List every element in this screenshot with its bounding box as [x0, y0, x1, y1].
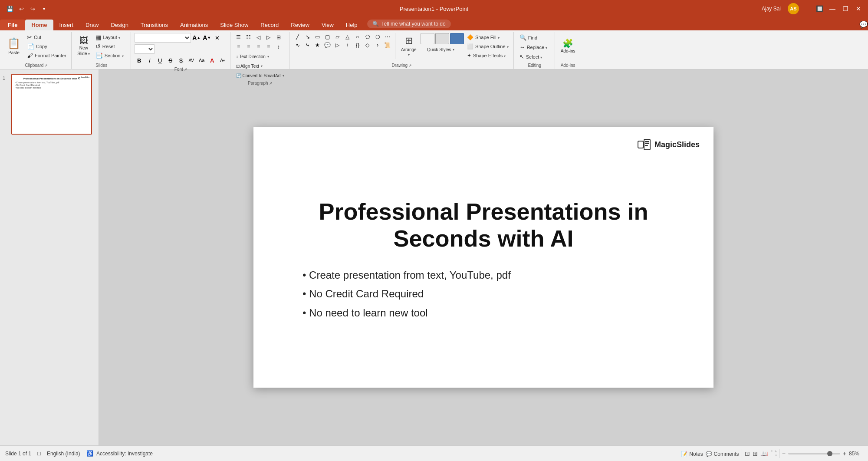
align-text-button[interactable]: ⊡ Align Text ▾	[234, 62, 269, 70]
drawing-expand[interactable]: ↗	[408, 63, 412, 68]
paragraph-expand[interactable]: ↗	[269, 81, 273, 86]
format-painter-button[interactable]: 🖌 Format Painter	[25, 51, 69, 60]
increase-font-button[interactable]: A▲	[192, 33, 201, 43]
undo-button[interactable]: ↩	[16, 4, 26, 13]
reset-button[interactable]: ↺ Reset	[93, 42, 128, 51]
user-avatar[interactable]: AS	[788, 3, 799, 14]
justify-button[interactable]: ≡	[264, 43, 273, 51]
slide-canvas[interactable]: MagicSlides Professional Presentations i…	[253, 127, 713, 388]
shape-chevron[interactable]: ›	[373, 41, 382, 49]
zoom-in-button[interactable]: +	[843, 450, 846, 457]
shape-arrow[interactable]: ↘	[303, 33, 312, 41]
shape-action[interactable]: ▷	[333, 41, 342, 49]
select-button[interactable]: ↖ Select ▾	[517, 52, 552, 61]
shape-effects-button[interactable]: ✦ Shape Effects ▾	[465, 51, 511, 60]
columns-button[interactable]: ⊟	[274, 33, 283, 42]
shape-brace[interactable]: {}	[353, 41, 362, 49]
shape-curve[interactable]: ∿	[293, 41, 302, 49]
tab-file[interactable]: File	[0, 20, 25, 30]
minimize-button[interactable]: —	[828, 4, 837, 13]
case-button[interactable]: Aa	[197, 56, 207, 65]
shape-line[interactable]: ╱	[293, 33, 302, 41]
italic-button[interactable]: I	[145, 56, 155, 65]
shape-diamond[interactable]: ◇	[363, 41, 372, 49]
bold-button[interactable]: B	[135, 56, 144, 65]
shape-style-2[interactable]	[435, 33, 449, 44]
align-left-button[interactable]: ≡	[234, 43, 243, 51]
shape-parallelogram[interactable]: ▱	[333, 33, 342, 41]
tab-record[interactable]: Record	[254, 20, 285, 30]
tab-draw[interactable]: Draw	[79, 20, 105, 30]
slide-thumbnail[interactable]: ■■ MagicSlides Professional Presentation…	[11, 74, 92, 135]
paste-button[interactable]: 📋 Paste	[4, 33, 23, 59]
replace-button[interactable]: ↔ Replace ▾	[517, 43, 552, 52]
shape-oval[interactable]: ○	[353, 33, 362, 41]
add-ins-button[interactable]: 🧩 Add-ins	[559, 33, 578, 59]
slide-sorter-button[interactable]: ⊞	[753, 450, 758, 457]
tab-help[interactable]: Help	[340, 20, 364, 30]
shape-connector[interactable]: ⤷	[303, 41, 312, 49]
shape-more[interactable]: ⋯	[383, 33, 392, 41]
text-direction-button[interactable]: ↕ Text Direction ▾	[234, 52, 271, 61]
align-center-button[interactable]: ≡	[244, 43, 253, 51]
shape-rect[interactable]: ▭	[313, 33, 322, 41]
tab-design[interactable]: Design	[105, 20, 134, 30]
shape-callout[interactable]: 💬	[323, 41, 332, 49]
customize-quick-access-button[interactable]: ▾	[39, 4, 49, 13]
decrease-indent-button[interactable]: ◁	[254, 33, 263, 42]
tab-home[interactable]: Home	[25, 20, 53, 30]
convert-smartart-button[interactable]: 🔄 Convert to SmartArt ▾	[234, 71, 286, 80]
normal-view-button[interactable]: ⊡	[745, 450, 750, 457]
section-button[interactable]: 📑 Section ▾	[93, 51, 128, 60]
char-spacing-button[interactable]: AV	[187, 56, 196, 65]
save-button[interactable]: 💾	[5, 4, 15, 13]
shape-hexagon[interactable]: ⬡	[373, 33, 382, 41]
zoom-out-button[interactable]: −	[782, 450, 786, 457]
font-name-select[interactable]	[135, 33, 191, 43]
quick-styles-button[interactable]: Quick Styles ▾	[425, 45, 460, 54]
shape-plus[interactable]: +	[343, 41, 352, 49]
layout-button[interactable]: ▦ Layout ▾	[93, 33, 128, 42]
arrange-button[interactable]: ⊞ Arrange ▾	[398, 33, 420, 59]
shape-style-1[interactable]	[421, 33, 434, 44]
shape-style-3[interactable]	[450, 33, 464, 44]
shape-fill-button[interactable]: 🔶 Shape Fill ▾	[465, 33, 511, 42]
slide-title[interactable]: Professional Presentations in Seconds wi…	[276, 198, 690, 252]
clear-formatting-button[interactable]: ✕	[213, 33, 222, 43]
shape-star[interactable]: ★	[313, 41, 322, 49]
tab-slideshow[interactable]: Slide Show	[214, 20, 254, 30]
redo-button[interactable]: ↪	[28, 4, 37, 13]
comments-button[interactable]: 💬	[859, 20, 868, 29]
font-size-stepper[interactable]: A▾	[218, 56, 227, 65]
find-button[interactable]: 🔍 Find	[517, 33, 552, 42]
strikethrough-button[interactable]: S	[166, 56, 175, 65]
copy-button[interactable]: 📄 Copy	[25, 42, 69, 51]
tab-animations[interactable]: Animations	[174, 20, 214, 30]
restore-button[interactable]: ❐	[841, 4, 850, 13]
tab-review[interactable]: Review	[285, 20, 316, 30]
font-color-button[interactable]: A	[207, 56, 217, 65]
shape-pentagon[interactable]: ⬠	[363, 33, 372, 41]
tab-insert[interactable]: Insert	[53, 20, 80, 30]
search-bar[interactable]: 🔍 Tell me what you want to do	[367, 20, 451, 28]
comments-button[interactable]: 💬 Comments	[706, 450, 739, 457]
tab-view[interactable]: View	[316, 20, 340, 30]
numbering-button[interactable]: ☷	[244, 33, 253, 42]
reading-view-button[interactable]: 📖	[760, 450, 768, 457]
slide-bullets[interactable]: Create presentation from text, YouTube, …	[276, 266, 690, 322]
slide-show-button[interactable]: ⛶	[770, 450, 776, 457]
font-size-select[interactable]	[135, 44, 155, 54]
cut-button[interactable]: ✂ Cut	[25, 33, 69, 42]
shape-triangle[interactable]: △	[343, 33, 352, 41]
zoom-slider[interactable]	[788, 453, 840, 454]
align-right-button[interactable]: ≡	[254, 43, 263, 51]
notes-button[interactable]: 📝 Notes	[681, 450, 703, 457]
increase-indent-button[interactable]: ▷	[264, 33, 273, 42]
shape-outline-button[interactable]: ⬜ Shape Outline ▾	[465, 42, 511, 51]
ribbon-display-button[interactable]: 🔲	[815, 4, 824, 13]
shadow-button[interactable]: S	[176, 56, 186, 65]
shape-rounded-rect[interactable]: ▢	[323, 33, 332, 41]
clipboard-expand[interactable]: ↗	[44, 63, 48, 68]
close-button[interactable]: ✕	[854, 4, 863, 13]
tab-transitions[interactable]: Transitions	[135, 20, 174, 30]
